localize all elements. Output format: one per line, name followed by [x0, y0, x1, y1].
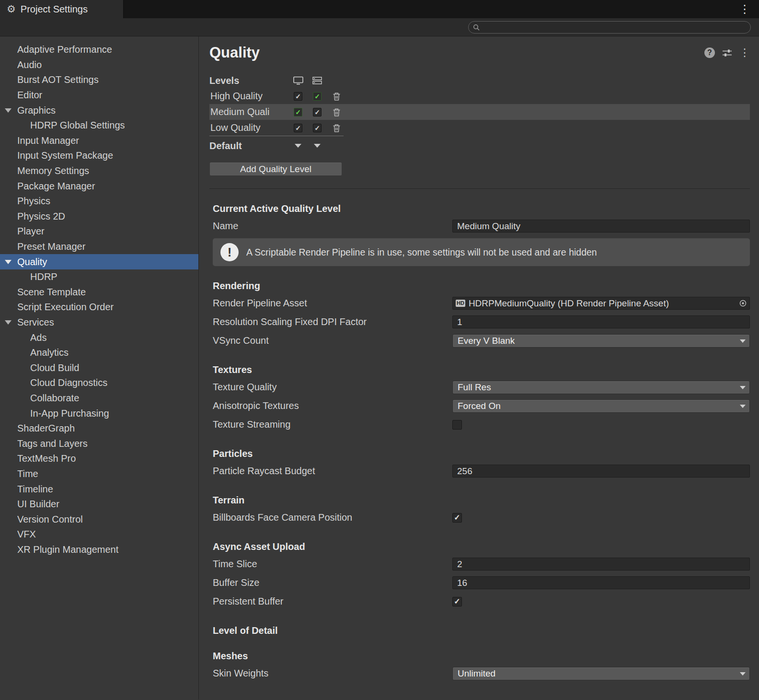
sidebar-item-services[interactable]: Services [0, 315, 198, 330]
levels-label: Levels [209, 75, 288, 86]
content-area: Adaptive PerformanceAudioBurst AOT Setti… [0, 36, 759, 700]
render-pipeline-asset-object-field[interactable]: HDHDRPMediumQuality (HD Render Pipeline … [452, 297, 750, 310]
billboards-face-camera-position-checkbox[interactable]: ✓ [452, 513, 462, 523]
sidebar-item-player[interactable]: Player [0, 224, 198, 239]
default-label: Default [209, 140, 288, 152]
sidebar-item-input-manager[interactable]: Input Manager [0, 133, 198, 149]
quality-level-row-low-quality[interactable]: Low Quality✓✓ [209, 120, 750, 136]
sidebar-item-physics-2d[interactable]: Physics 2D [0, 209, 198, 224]
foldout-triangle-icon[interactable] [5, 260, 12, 264]
sidebar-item-cloud-diagnostics[interactable]: Cloud Diagnostics [0, 375, 198, 391]
window-kebab-menu-icon[interactable]: ⋮ [736, 0, 753, 18]
time-slice-field[interactable]: 2 [452, 558, 750, 571]
sidebar-item-label: Time [17, 468, 38, 479]
default-quality-dropdown-1[interactable] [295, 144, 301, 148]
sidebar-item-hdrp[interactable]: HDRP [0, 269, 198, 285]
quality-level-row-high-quality[interactable]: High Quality✓✓ [209, 88, 750, 104]
platform-list-icon[interactable] [308, 77, 327, 84]
setting-label: Billboards Face Camera Position [209, 512, 452, 523]
sidebar-item-label: Preset Manager [17, 241, 85, 252]
buffer-size-field[interactable]: 16 [452, 576, 750, 589]
info-message: A Scriptable Render Pipeline is in use, … [246, 247, 597, 258]
setting-field: ✓ [452, 513, 750, 523]
dropdown-value: Every V Blank [458, 336, 515, 346]
sidebar-item-graphics[interactable]: Graphics [0, 103, 198, 118]
sidebar-item-input-system-package[interactable]: Input System Package [0, 148, 198, 163]
sidebar-item-label: Graphics [17, 105, 56, 116]
sidebar-item-physics[interactable]: Physics [0, 194, 198, 209]
platform-checkbox[interactable]: ✓ [294, 108, 302, 117]
resolution-scaling-fixed-dpi-factor-field[interactable]: 1 [452, 315, 750, 328]
trash-icon[interactable] [327, 92, 346, 101]
info-icon: ! [220, 243, 239, 261]
sidebar-item-vfx[interactable]: VFX [0, 527, 198, 542]
platform-checkbox[interactable]: ✓ [294, 124, 302, 132]
sidebar-item-scene-template[interactable]: Scene Template [0, 285, 198, 300]
platform-checkbox[interactable]: ✓ [313, 108, 322, 117]
sidebar-item-burst-aot-settings[interactable]: Burst AOT Settings [0, 72, 198, 88]
sidebar-item-tags-and-layers[interactable]: Tags and Layers [0, 436, 198, 451]
sidebar-item-timeline[interactable]: Timeline [0, 481, 198, 497]
trash-icon[interactable] [327, 108, 346, 117]
platform-checkbox[interactable]: ✓ [313, 92, 322, 101]
platform-checkbox[interactable]: ✓ [294, 92, 302, 101]
setting-label: VSync Count [209, 335, 452, 346]
setting-label: Resolution Scaling Fixed DPI Factor [209, 316, 452, 327]
sidebar-item-package-manager[interactable]: Package Manager [0, 178, 198, 194]
sidebar-item-quality[interactable]: Quality [0, 254, 198, 269]
object-picker-icon[interactable] [739, 299, 747, 307]
section-title-meshes: Meshes [209, 651, 750, 662]
search-input[interactable] [480, 23, 750, 32]
texture-streaming-checkbox[interactable] [452, 420, 462, 430]
sidebar-item-shadergraph[interactable]: ShaderGraph [0, 421, 198, 436]
search-box[interactable] [468, 21, 751, 34]
anisotropic-textures-dropdown[interactable]: Forced On [452, 399, 750, 413]
monitor-icon[interactable] [288, 76, 308, 85]
sidebar-item-analytics[interactable]: Analytics [0, 345, 198, 361]
foldout-triangle-icon[interactable] [5, 320, 12, 325]
setting-label: Texture Streaming [209, 419, 452, 430]
sidebar-item-textmesh-pro[interactable]: TextMesh Pro [0, 451, 198, 467]
sidebar-item-ui-builder[interactable]: UI Builder [0, 497, 198, 512]
sidebar-item-version-control[interactable]: Version Control [0, 512, 198, 527]
sidebar-item-collaborate[interactable]: Collaborate [0, 391, 198, 406]
sidebar-item-time[interactable]: Time [0, 467, 198, 482]
sidebar-item-ads[interactable]: Ads [0, 330, 198, 345]
section-title-async-asset-upload: Async Asset Upload [209, 541, 750, 552]
dropdown-value: Forced On [458, 401, 501, 411]
trash-icon[interactable] [327, 124, 346, 132]
setting-label: Render Pipeline Asset [209, 298, 452, 309]
sidebar-item-hdrp-global-settings[interactable]: HDRP Global Settings [0, 118, 198, 133]
sidebar-item-in-app-purchasing[interactable]: In-App Purchasing [0, 406, 198, 421]
sidebar-item-preset-manager[interactable]: Preset Manager [0, 239, 198, 255]
foldout-triangle-icon[interactable] [5, 108, 12, 113]
default-quality-dropdown-2[interactable] [314, 144, 321, 148]
texture-quality-dropdown[interactable]: Full Res [452, 381, 750, 394]
vsync-count-dropdown[interactable]: Every V Blank [452, 334, 750, 348]
sidebar-item-xr-plugin-management[interactable]: XR Plugin Management [0, 542, 198, 558]
quality-name-field[interactable]: Medium Quality [452, 220, 750, 233]
quality-level-name: Medium Quali [209, 106, 288, 117]
skin-weights-dropdown[interactable]: Unlimited [452, 667, 750, 680]
quality-level-row-medium-quali[interactable]: Medium Quali✓✓ [209, 104, 750, 120]
quality-level-name: High Quality [209, 91, 288, 102]
project-settings-tab[interactable]: ⚙ Project Settings [0, 0, 124, 18]
sidebar-item-memory-settings[interactable]: Memory Settings [0, 163, 198, 179]
persistent-buffer-checkbox[interactable]: ✓ [452, 597, 462, 607]
particle-raycast-budget-field[interactable]: 256 [452, 465, 750, 478]
help-icon[interactable]: ? [704, 47, 715, 58]
sidebar-item-label: Physics 2D [17, 211, 65, 222]
setting-row-buffer-size: Buffer Size16 [209, 573, 750, 592]
sidebar-item-audio[interactable]: Audio [0, 58, 198, 73]
sidebar-item-editor[interactable]: Editor [0, 88, 198, 103]
platform-checkbox[interactable]: ✓ [313, 124, 322, 132]
add-quality-level-button[interactable]: Add Quality Level [209, 162, 342, 176]
sidebar-item-cloud-build[interactable]: Cloud Build [0, 360, 198, 375]
search-icon [473, 24, 480, 31]
dropdown-value: Unlimited [458, 668, 495, 679]
panel-kebab-menu-icon[interactable]: ⋮ [739, 47, 750, 59]
presets-icon[interactable] [723, 49, 732, 57]
sidebar-item-adaptive-performance[interactable]: Adaptive Performance [0, 42, 198, 58]
main-header: Quality ? ⋮ [209, 44, 750, 61]
sidebar-item-script-execution-order[interactable]: Script Execution Order [0, 300, 198, 315]
